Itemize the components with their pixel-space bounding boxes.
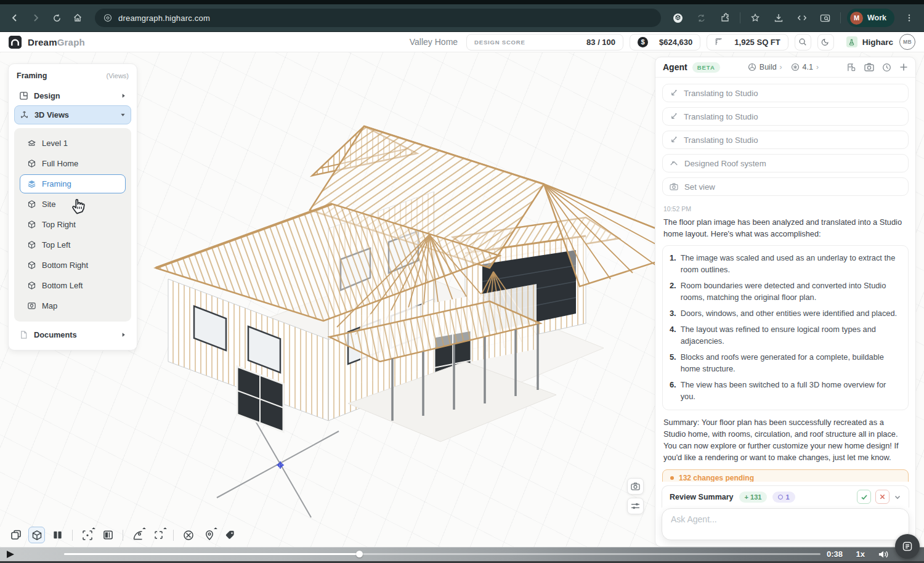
- plan-views-button[interactable]: [7, 527, 24, 543]
- reload-icon[interactable]: [48, 9, 65, 26]
- browser-profile-button[interactable]: M Work: [847, 9, 894, 27]
- window-top-strip: [0, 0, 924, 4]
- devtools-code-icon[interactable]: [793, 9, 811, 26]
- build-mode-selector[interactable]: Build ›: [748, 63, 782, 71]
- play-icon[interactable]: [7, 551, 14, 558]
- price-pill[interactable]: $ $624,630: [630, 34, 700, 51]
- panel-subtitle: (Views): [107, 72, 129, 79]
- divider: [740, 12, 740, 23]
- viewport-toolbar: [7, 527, 238, 543]
- volume-icon[interactable]: [878, 549, 890, 559]
- build-icon: [748, 63, 756, 71]
- agent-title: Agent: [663, 62, 687, 72]
- view-3d-button[interactable]: [28, 527, 45, 543]
- agent-action-card[interactable]: Translating to Studio: [662, 84, 909, 102]
- view-settings-button[interactable]: [627, 498, 644, 514]
- inspect-window-icon[interactable]: [817, 9, 834, 26]
- ring-icon: [778, 495, 783, 500]
- agent-action-card[interactable]: Set view: [662, 177, 909, 196]
- chevron-down-icon[interactable]: [894, 493, 901, 501]
- mouse-cursor-hand: [70, 195, 88, 215]
- fit-view-button[interactable]: [79, 527, 95, 543]
- view-item-top-right[interactable]: Top Right: [14, 214, 131, 235]
- bookmark-star-icon[interactable]: [747, 9, 764, 26]
- section-cut-button[interactable]: [180, 527, 197, 543]
- view-item-bottom-right[interactable]: Bottom Right: [14, 255, 131, 275]
- agent-action-card[interactable]: Designed Roof system: [662, 154, 909, 172]
- divider: [173, 530, 174, 541]
- agent-header: Agent BETA Build › 4.1 ›: [655, 57, 915, 78]
- divider: [72, 530, 73, 541]
- camera-icon[interactable]: [864, 63, 874, 71]
- agent-action-card[interactable]: Translating to Studio: [662, 107, 909, 126]
- sidebar-item-design[interactable]: Design: [14, 86, 131, 105]
- view-item-level-1[interactable]: Level 1: [14, 133, 131, 153]
- extensions-puzzle-icon[interactable]: [716, 9, 734, 26]
- area-value: 1,925 SQ FT: [734, 38, 780, 47]
- chevron-right-icon: [121, 93, 126, 99]
- agent-action-card[interactable]: Translating to Studio: [662, 131, 909, 149]
- download-icon[interactable]: [770, 9, 787, 26]
- brand[interactable]: DreamGraph: [9, 36, 85, 49]
- agent-panel: Agent BETA Build › 4.1 › Translating to …: [655, 57, 916, 547]
- address-bar[interactable]: dreamgraph.higharc.com: [95, 9, 661, 27]
- view-item-bottom-left[interactable]: Bottom Left: [14, 275, 131, 296]
- fit-view-icon: [82, 530, 93, 541]
- home-icon[interactable]: [69, 9, 86, 26]
- app-header: DreamGraph Valley Home DESIGN SCORE 83 /…: [0, 32, 924, 52]
- reject-changes-button[interactable]: [875, 490, 890, 504]
- sun-angle-icon: [132, 530, 144, 541]
- sidebar-item-documents[interactable]: Documents: [14, 325, 131, 344]
- history-icon[interactable]: [882, 63, 891, 72]
- forward-icon[interactable]: [27, 9, 44, 26]
- sidebar-item-3d-views[interactable]: 3D Views: [14, 105, 131, 124]
- sync-icon[interactable]: [693, 9, 710, 26]
- map-pin-icon: [27, 301, 36, 310]
- extension-badge-icon[interactable]: [670, 9, 687, 26]
- snapshot-camera-button[interactable]: [627, 478, 644, 495]
- location-pin-button[interactable]: [201, 527, 217, 543]
- sun-angle-button[interactable]: [129, 527, 146, 543]
- house-framing-model: [145, 83, 675, 465]
- higharc-logo-icon: [9, 36, 22, 49]
- framing-layers-icon: [27, 179, 36, 188]
- model-selector[interactable]: 4.1 ›: [791, 63, 819, 71]
- back-icon[interactable]: [6, 9, 23, 26]
- step-item: 5.Blocks and roofs were generated for a …: [670, 352, 900, 375]
- other-changes-badge: 1: [772, 492, 795, 503]
- tag-button[interactable]: [222, 527, 238, 543]
- ruler-corner-icon: [715, 38, 723, 46]
- theme-toggle-button[interactable]: [817, 34, 834, 51]
- browser-menu-icon[interactable]: [901, 9, 918, 26]
- search-button[interactable]: [795, 34, 811, 51]
- location-pin-icon: [204, 530, 215, 541]
- reader-overlay-button[interactable]: [895, 534, 920, 559]
- accept-changes-button[interactable]: [857, 490, 871, 504]
- area-pill[interactable]: 1,925 SQ FT: [707, 34, 788, 51]
- step-item: 2.Room boundaries were detected and conv…: [670, 280, 900, 304]
- plan-flag-icon[interactable]: [846, 63, 856, 72]
- video-progress-knob[interactable]: [356, 551, 363, 557]
- ask-agent-input[interactable]: [671, 514, 900, 524]
- view-item-top-left[interactable]: Top Left: [14, 235, 131, 255]
- site-info-icon[interactable]: [103, 14, 112, 22]
- workspace-switcher[interactable]: Higharc: [846, 36, 893, 47]
- split-view-button[interactable]: [49, 527, 66, 543]
- view-item-map[interactable]: Map: [14, 296, 131, 316]
- area-select-button[interactable]: [150, 527, 167, 543]
- video-progress-fill: [64, 553, 359, 555]
- layout-panels-button[interactable]: [100, 527, 116, 543]
- divider: [840, 12, 841, 23]
- view-item-framing[interactable]: Framing: [20, 174, 126, 193]
- browser-toolbar: dreamgraph.higharc.com M Work: [0, 4, 924, 32]
- user-avatar[interactable]: MB: [899, 34, 915, 50]
- video-progress-track[interactable]: [64, 553, 821, 555]
- view-item-full-home[interactable]: Full Home: [14, 153, 131, 174]
- playback-speed[interactable]: 1x: [856, 549, 865, 559]
- ask-agent-box[interactable]: [662, 508, 909, 540]
- new-chat-plus-icon[interactable]: [899, 63, 908, 71]
- project-name[interactable]: Valley Home: [410, 37, 458, 47]
- documents-icon: [19, 330, 28, 339]
- changes-pending-banner[interactable]: 132 changes pending: [662, 469, 909, 482]
- design-score-pill[interactable]: DESIGN SCORE 83 / 100: [466, 34, 623, 51]
